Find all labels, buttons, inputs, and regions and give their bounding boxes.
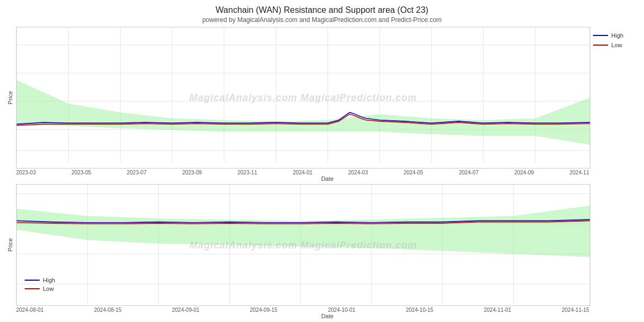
top-legend-high: High: [593, 32, 636, 39]
svg-marker-40: [17, 206, 590, 257]
bottom-legend-high: High: [25, 277, 55, 283]
bottom-chart-area: 0.5 0.0 -0.5 -1.0 MagicalAnalysis.com Ma…: [16, 184, 590, 306]
bottom-x-tick-0: 2024-08-01: [16, 307, 43, 313]
top-x-tick-8: 2024-07: [459, 170, 479, 175]
bottom-legend-low-label: Low: [43, 286, 54, 292]
charts-wrapper: Price: [5, 27, 639, 319]
top-x-tick-9: 2024-09: [514, 170, 534, 175]
top-x-tick-4: 2023-11: [238, 170, 258, 175]
bottom-y-axis-label: Price: [5, 184, 15, 306]
top-y-axis-label: Price: [5, 27, 15, 169]
bottom-x-axis: 2024-08-01 2024-08-15 2024-09-01 2024-09…: [16, 306, 590, 313]
bottom-legend-high-label: High: [43, 277, 55, 283]
bottom-high-swatch: [25, 280, 40, 281]
bottom-legend-low: Low: [25, 286, 55, 292]
top-x-axis: 2023-03 2023-05 2023-07 2023-09 2023-11 …: [16, 169, 590, 175]
top-x-tick-3: 2023-09: [182, 170, 202, 175]
chart-title: Wanchain (WAN) Resistance and Support ar…: [5, 5, 639, 15]
top-legend-low: Low: [593, 42, 636, 48]
top-legend-high-label: High: [611, 32, 624, 39]
top-chart-area: 3 2 1 0 -1 MagicalAnalysis.com MagicalPr…: [16, 27, 590, 169]
top-legend-low-label: Low: [611, 42, 622, 48]
top-x-tick-1: 2023-05: [71, 170, 91, 175]
bottom-x-axis-label: Date: [5, 313, 639, 319]
top-x-tick-6: 2024-03: [348, 170, 368, 175]
top-legend: High Low: [590, 27, 639, 169]
bottom-low-swatch: [25, 288, 40, 289]
svg-marker-22: [17, 80, 590, 144]
bottom-x-tick-1: 2024-08-15: [94, 307, 121, 313]
bottom-x-tick-6: 2024-11-01: [484, 307, 511, 313]
top-x-axis-label: Date: [5, 175, 639, 182]
top-x-tick-2: 2023-07: [127, 170, 147, 175]
bottom-x-tick-4: 2024-10-01: [328, 307, 355, 313]
low-line-swatch: [593, 45, 608, 46]
high-line-swatch: [593, 35, 608, 36]
bottom-x-tick-7: 2024-11-15: [562, 307, 589, 313]
bottom-chart-panel: Price: [5, 184, 639, 306]
top-x-tick-0: 2023-03: [16, 170, 36, 175]
top-x-tick-5: 2024-01: [293, 170, 313, 175]
bottom-x-tick-3: 2024-09-15: [250, 307, 277, 313]
bottom-x-tick-2: 2024-09-01: [172, 307, 200, 313]
top-x-tick-7: 2024-05: [404, 170, 423, 175]
bottom-x-tick-5: 2024-10-15: [406, 307, 433, 313]
bottom-chart-legend: High Low: [25, 277, 55, 292]
main-container: Wanchain (WAN) Resistance and Support ar…: [0, 0, 644, 322]
top-x-tick-10: 2024-11: [569, 170, 589, 175]
chart-subtitle: powered by MagicalAnalysis.com and Magic…: [5, 16, 639, 24]
top-chart-panel: Price: [5, 27, 639, 169]
